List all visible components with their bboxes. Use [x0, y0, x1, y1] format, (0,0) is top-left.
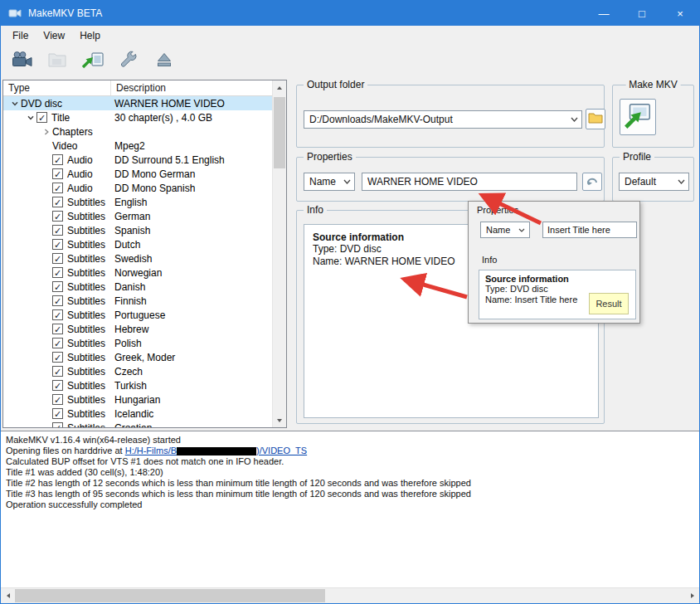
folder-video-icon — [47, 51, 67, 72]
scroll-left-icon[interactable] — [1, 588, 15, 603]
tree-row[interactable]: ✓SubtitlesCzech — [3, 364, 272, 378]
revert-button[interactable] — [582, 173, 602, 191]
profile-combo[interactable]: Default — [619, 173, 689, 191]
tree-row[interactable]: ✓SubtitlesNorwegian — [3, 265, 272, 280]
row-checkbox[interactable]: ✓ — [52, 239, 63, 250]
tree-type-label: Subtitles — [67, 366, 105, 378]
row-checkbox[interactable]: ✓ — [52, 211, 63, 222]
log-link[interactable]: H:/H-Films/B — [125, 446, 177, 455]
row-checkbox[interactable]: ✓ — [52, 352, 63, 363]
scroll-right-icon[interactable] — [685, 588, 699, 603]
minimize-button[interactable]: — — [585, 1, 623, 26]
wrench-icon — [119, 50, 139, 73]
inset-properties-label: Properties — [477, 205, 518, 215]
tree-row[interactable]: ✓AudioDD Mono German — [3, 167, 272, 181]
open-disc-button[interactable] — [7, 48, 36, 75]
chevron-down-icon — [675, 173, 687, 190]
tree-type-label: Title — [51, 112, 70, 124]
tree-row[interactable]: ✓SubtitlesHebrew — [3, 322, 272, 336]
row-checkbox[interactable]: ✓ — [36, 112, 47, 123]
maximize-button[interactable]: □ — [623, 1, 661, 26]
row-checkbox[interactable]: ✓ — [52, 394, 63, 405]
settings-button[interactable] — [114, 48, 143, 75]
tree-type-label: Subtitles — [67, 352, 105, 363]
tree-row[interactable]: DVD discWARNER HOME VIDEO — [3, 96, 272, 110]
horizontal-scrollbar[interactable] — [1, 587, 699, 603]
menu-help[interactable]: Help — [72, 27, 108, 44]
menu-file[interactable]: File — [5, 27, 36, 44]
row-checkbox[interactable]: ✓ — [52, 154, 63, 165]
tree-row[interactable]: ✓SubtitlesDanish — [3, 280, 272, 294]
tree-row[interactable]: ✓SubtitlesDutch — [3, 237, 272, 251]
close-button[interactable]: × — [661, 1, 699, 26]
tree-scrollbar[interactable] — [272, 80, 286, 427]
menu-view[interactable]: View — [36, 27, 72, 44]
hscrollbar-thumb[interactable] — [15, 589, 325, 602]
row-checkbox[interactable]: ✓ — [52, 197, 63, 207]
scroll-up-icon[interactable] — [273, 80, 286, 95]
tree-row[interactable]: VideoMpeg2 — [3, 139, 272, 153]
tree-type-label: Subtitles — [67, 380, 105, 392]
tree-type-label: Subtitles — [67, 211, 105, 222]
tree-type-label: Subtitles — [67, 281, 105, 293]
collapse-chevron-icon[interactable] — [24, 114, 36, 122]
collapse-chevron-icon[interactable] — [8, 100, 21, 108]
row-checkbox[interactable]: ✓ — [52, 366, 63, 377]
row-checkbox[interactable]: ✓ — [52, 253, 63, 264]
output-folder-label: Output folder — [304, 79, 367, 90]
tree-row[interactable]: ✓AudioDD Mono Spanish — [3, 181, 272, 195]
open-files-button — [43, 48, 71, 75]
expand-chevron-icon[interactable] — [40, 128, 52, 136]
column-header-type[interactable]: Type — [3, 80, 111, 95]
row-checkbox[interactable]: ✓ — [52, 225, 63, 236]
row-checkbox[interactable]: ✓ — [52, 267, 63, 278]
row-checkbox[interactable]: ✓ — [52, 408, 63, 419]
title-tree-panel: Type Description DVD discWARNER HOME VID… — [2, 80, 287, 428]
makemkv-window: MakeMKV BETA — □ × FileViewHelp Type Des… — [0, 0, 700, 604]
tree-row[interactable]: ✓SubtitlesTurkish — [3, 378, 272, 392]
browse-folder-button[interactable] — [586, 109, 605, 129]
row-checkbox[interactable]: ✓ — [52, 309, 63, 320]
log-panel[interactable]: MakeMKV v1.16.4 win(x64-release) started… — [1, 431, 699, 587]
row-checkbox[interactable]: ✓ — [52, 168, 63, 179]
scrollbar-thumb[interactable] — [274, 97, 285, 168]
tree-row[interactable]: ✓SubtitlesPortuguese — [3, 308, 272, 322]
save-mkv-button[interactable] — [79, 48, 107, 75]
row-checkbox[interactable]: ✓ — [52, 380, 63, 391]
tree-row[interactable]: ✓SubtitlesSwedish — [3, 251, 272, 265]
inset-name-combo: Name — [480, 222, 530, 238]
properties-group: Properties Name — [296, 157, 605, 202]
tree-row[interactable]: ✓SubtitlesPolish — [3, 336, 272, 350]
make-mkv-button[interactable] — [620, 99, 656, 135]
tree-row[interactable]: ✓SubtitlesGreek, Moder — [3, 350, 272, 364]
redacted-text — [177, 447, 256, 455]
tree-row[interactable]: ✓SubtitlesEnglish — [3, 195, 272, 209]
log-link[interactable]: )/VIDEO_TS — [256, 446, 307, 455]
output-folder-combo[interactable]: D:/Downloads/MakeMKV-Output — [304, 110, 582, 129]
tree-type-label: Subtitles — [67, 309, 105, 321]
tree-description: Swedish — [111, 253, 272, 265]
row-checkbox[interactable]: ✓ — [52, 295, 63, 306]
tree-row[interactable]: ✓SubtitlesHungarian — [3, 392, 272, 407]
row-checkbox[interactable]: ✓ — [52, 281, 63, 292]
tree-row[interactable]: ✓SubtitlesGerman — [3, 209, 272, 223]
row-checkbox[interactable]: ✓ — [52, 183, 63, 193]
tree-row[interactable]: ✓SubtitlesIcelandic — [3, 407, 272, 421]
row-checkbox[interactable]: ✓ — [52, 338, 63, 348]
property-value-input[interactable] — [362, 173, 577, 191]
tree-row[interactable]: ✓AudioDD Surround 5.1 English — [3, 153, 272, 167]
tree-row[interactable]: ✓SubtitlesCroatian — [3, 421, 272, 427]
row-checkbox[interactable]: ✓ — [52, 324, 63, 334]
tree-type-label: Subtitles — [67, 394, 105, 406]
log-line: MakeMKV v1.16.4 win(x64-release) started — [6, 435, 694, 446]
row-checkbox[interactable]: ✓ — [52, 422, 63, 427]
scroll-down-icon[interactable] — [273, 413, 286, 427]
tree-row[interactable]: ✓SubtitlesFinnish — [3, 294, 272, 308]
tree-row[interactable]: ✓Title30 chapter(s) , 4.0 GB — [3, 110, 272, 124]
column-header-description[interactable]: Description — [111, 80, 286, 95]
property-type-combo[interactable]: Name — [304, 173, 355, 191]
tree-row[interactable]: ✓SubtitlesSpanish — [3, 223, 272, 237]
tree-row[interactable]: Chapters — [3, 124, 272, 139]
eject-button[interactable] — [150, 48, 178, 75]
chevron-down-icon — [341, 173, 352, 190]
